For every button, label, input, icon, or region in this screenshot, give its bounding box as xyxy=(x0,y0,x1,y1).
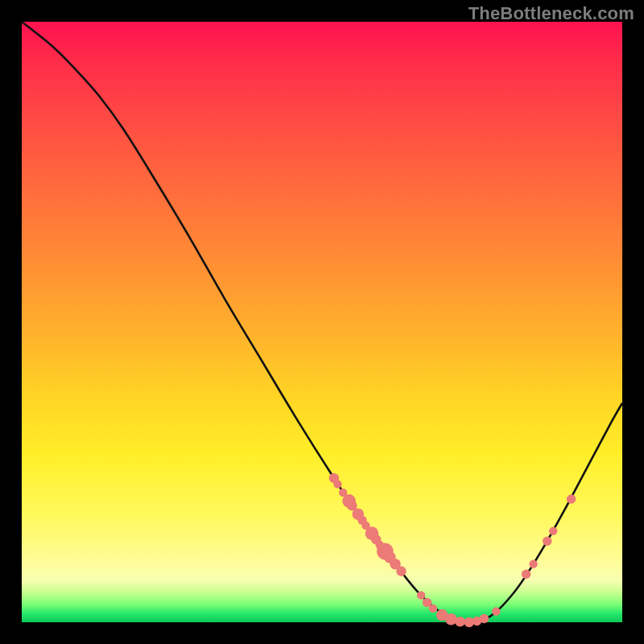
marker-group xyxy=(329,473,576,628)
curve-layer xyxy=(22,22,622,622)
attribution-label: TheBottleneck.com xyxy=(469,3,634,24)
data-marker xyxy=(333,480,341,488)
data-marker xyxy=(522,570,530,579)
data-marker xyxy=(567,494,576,503)
bottleneck-curve xyxy=(22,22,622,622)
data-marker xyxy=(549,526,557,535)
data-marker xyxy=(417,591,425,599)
data-marker xyxy=(396,566,406,576)
data-marker xyxy=(543,537,551,546)
data-marker xyxy=(429,605,437,613)
data-marker xyxy=(445,613,457,625)
plot-area xyxy=(22,22,622,622)
chart-frame: TheBottleneck.com xyxy=(0,0,644,644)
data-marker xyxy=(529,559,537,568)
data-marker xyxy=(480,614,489,623)
data-marker xyxy=(455,617,464,626)
data-marker xyxy=(492,607,500,615)
